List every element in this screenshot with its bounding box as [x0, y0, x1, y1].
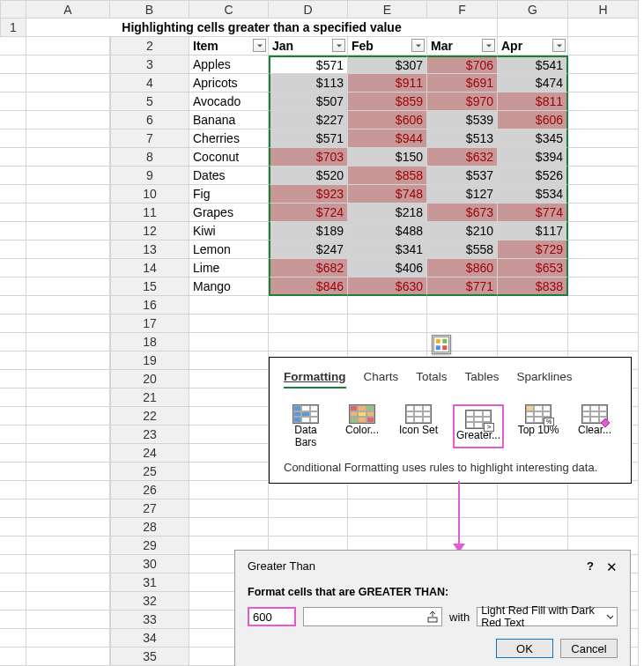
cell[interactable]: [26, 204, 110, 222]
cell[interactable]: [568, 56, 639, 74]
cell[interactable]: [568, 500, 639, 518]
row-header[interactable]: 15: [110, 278, 189, 296]
row-header[interactable]: 3: [110, 56, 189, 74]
row-header[interactable]: 32: [110, 592, 189, 610]
cell[interactable]: [427, 518, 498, 536]
data-cell[interactable]: $911: [348, 74, 427, 92]
data-cell[interactable]: $606: [498, 111, 568, 130]
select-all-corner[interactable]: [0, 0, 26, 18]
cell[interactable]: [26, 444, 110, 462]
cell[interactable]: [0, 426, 26, 444]
row-header[interactable]: 14: [110, 259, 189, 278]
cell[interactable]: [26, 278, 110, 296]
row-header[interactable]: 33: [110, 610, 189, 629]
row-header[interactable]: 27: [110, 500, 189, 518]
row-header[interactable]: 28: [110, 518, 189, 536]
row-header[interactable]: 4: [110, 74, 189, 92]
data-cell[interactable]: $571: [269, 56, 348, 74]
cell[interactable]: [0, 352, 26, 370]
data-cell[interactable]: $218: [348, 204, 427, 222]
row-header[interactable]: 6: [110, 111, 189, 130]
cell[interactable]: [26, 352, 110, 370]
cell[interactable]: [568, 18, 639, 37]
filter-dropdown-icon[interactable]: [332, 39, 345, 52]
data-cell[interactable]: $345: [498, 130, 568, 148]
row-header[interactable]: 29: [110, 536, 189, 555]
cell[interactable]: [498, 518, 568, 536]
cell[interactable]: [189, 444, 269, 462]
data-cell[interactable]: $811: [498, 92, 568, 111]
cell[interactable]: [498, 481, 568, 500]
cell[interactable]: [0, 37, 26, 56]
cell[interactable]: [0, 92, 26, 111]
column-header[interactable]: E: [348, 0, 427, 18]
cell[interactable]: [0, 222, 26, 240]
cell[interactable]: [348, 333, 427, 352]
cell[interactable]: [189, 407, 269, 426]
row-header[interactable]: 20: [110, 370, 189, 388]
cell[interactable]: [0, 500, 26, 518]
cell[interactable]: [498, 333, 568, 352]
cell[interactable]: [427, 481, 498, 500]
cell[interactable]: [0, 629, 26, 648]
cell[interactable]: [26, 92, 110, 111]
item-name[interactable]: Dates: [189, 166, 269, 185]
cell[interactable]: [0, 370, 26, 388]
row-header[interactable]: 2: [110, 37, 189, 56]
cell[interactable]: [0, 314, 26, 333]
cell[interactable]: [0, 296, 26, 314]
row-header[interactable]: 9: [110, 166, 189, 185]
cell[interactable]: [26, 240, 110, 259]
data-cell[interactable]: $653: [498, 259, 568, 278]
cell[interactable]: [269, 296, 348, 314]
row-header[interactable]: 30: [110, 555, 189, 574]
data-cell[interactable]: $113: [269, 74, 348, 92]
column-header[interactable]: F: [427, 0, 498, 18]
cell[interactable]: [26, 314, 110, 333]
cell[interactable]: [26, 296, 110, 314]
cell[interactable]: [0, 518, 26, 536]
row-header[interactable]: 24: [110, 444, 189, 462]
item-name[interactable]: Grapes: [189, 204, 269, 222]
cell[interactable]: [26, 37, 110, 56]
cell[interactable]: [26, 462, 110, 481]
cell[interactable]: [26, 222, 110, 240]
row-header[interactable]: 1: [0, 18, 26, 37]
qa-item-colorscale[interactable]: Color...: [340, 404, 384, 448]
cell[interactable]: [348, 314, 427, 333]
table-header-month[interactable]: Mar: [427, 37, 498, 56]
cell[interactable]: [0, 166, 26, 185]
cell[interactable]: [568, 130, 639, 148]
row-header[interactable]: 5: [110, 92, 189, 111]
item-name[interactable]: Cherries: [189, 130, 269, 148]
data-cell[interactable]: $227: [269, 111, 348, 130]
table-header-month[interactable]: Feb: [348, 37, 427, 56]
item-name[interactable]: Banana: [189, 111, 269, 130]
cell[interactable]: [26, 130, 110, 148]
cell[interactable]: [348, 500, 427, 518]
data-cell[interactable]: $846: [269, 278, 348, 296]
row-header[interactable]: 22: [110, 407, 189, 426]
cell[interactable]: [0, 536, 26, 555]
table-header-month[interactable]: Apr: [498, 37, 568, 56]
cell[interactable]: [189, 314, 269, 333]
cell[interactable]: [568, 92, 639, 111]
cell[interactable]: [189, 296, 269, 314]
qa-item-clear[interactable]: Clear...: [573, 404, 617, 448]
data-cell[interactable]: $706: [427, 56, 498, 74]
data-cell[interactable]: $117: [498, 222, 568, 240]
data-cell[interactable]: $970: [427, 92, 498, 111]
data-cell[interactable]: $703: [269, 148, 348, 166]
cell[interactable]: [26, 56, 110, 74]
data-cell[interactable]: $774: [498, 204, 568, 222]
cell[interactable]: [568, 204, 639, 222]
column-header[interactable]: H: [568, 0, 639, 18]
range-picker-button[interactable]: [303, 607, 442, 626]
data-cell[interactable]: $488: [348, 222, 427, 240]
cell[interactable]: [269, 314, 348, 333]
cell[interactable]: [568, 518, 639, 536]
data-cell[interactable]: $923: [269, 185, 348, 204]
quick-analysis-button[interactable]: [432, 335, 451, 354]
cell[interactable]: [26, 536, 110, 555]
data-cell[interactable]: $630: [348, 278, 427, 296]
